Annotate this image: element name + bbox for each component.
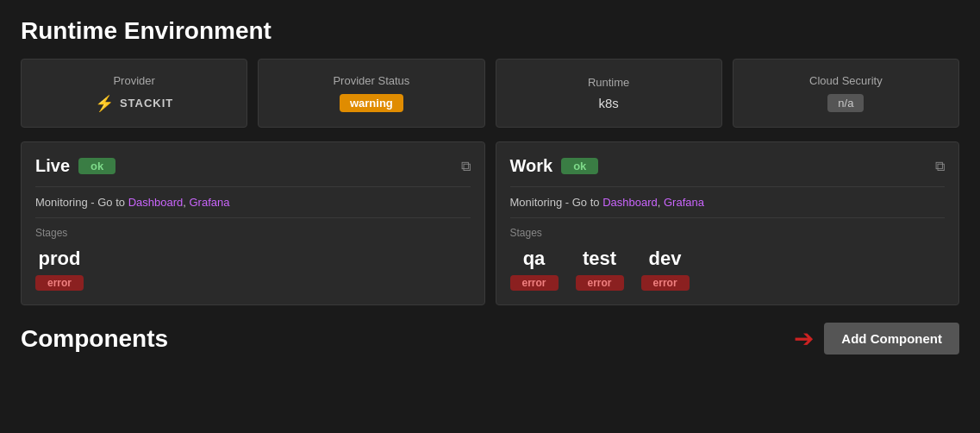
runtime-card: Runtime k8s (496, 59, 722, 128)
runtime-label: Runtime (588, 76, 629, 89)
work-stages-row: qa error test error dev error (510, 248, 946, 291)
environments-row: Live ok ⧉ Monitoring - Go to Dashboard, … (21, 141, 959, 305)
live-grafana-link[interactable]: Grafana (190, 196, 230, 209)
provider-status-label: Provider Status (333, 74, 409, 87)
stackit-icon: ⚡ (95, 94, 115, 113)
live-env-card: Live ok ⧉ Monitoring - Go to Dashboard, … (21, 141, 485, 305)
provider-logo: ⚡ STACKIT (95, 94, 173, 113)
work-stage-qa: qa error (510, 248, 559, 291)
page-title: Runtime Environment (21, 17, 959, 45)
work-stage-qa-status: error (510, 275, 559, 291)
bottom-bar: Components ➔ Add Component (21, 323, 959, 355)
live-stage-prod-status: error (35, 275, 84, 291)
work-env-header: Work ok ⧉ (510, 156, 946, 176)
live-dashboard-link[interactable]: Dashboard (128, 196, 184, 209)
work-title-row: Work ok (510, 156, 599, 176)
work-external-link-icon[interactable]: ⧉ (935, 159, 945, 174)
work-stage-test-name: test (583, 248, 616, 270)
work-status-badge: ok (561, 158, 598, 174)
live-stages-label: Stages (35, 227, 471, 239)
cloud-security-card: Cloud Security n/a (733, 59, 959, 128)
work-grafana-link[interactable]: Grafana (664, 196, 704, 209)
work-env-name: Work (510, 156, 553, 176)
live-status-badge: ok (78, 158, 115, 174)
cloud-security-label: Cloud Security (809, 74, 883, 87)
work-stage-qa-name: qa (523, 248, 546, 270)
na-badge: n/a (827, 94, 864, 112)
provider-label: Provider (113, 74, 154, 87)
add-component-row: ➔ Add Component (794, 323, 959, 355)
live-monitoring-row: Monitoring - Go to Dashboard, Grafana (35, 196, 471, 209)
work-stage-dev-name: dev (649, 248, 682, 270)
live-divider (35, 186, 471, 187)
live-env-header: Live ok ⧉ (35, 156, 471, 176)
live-stage-prod-name: prod (39, 248, 81, 270)
work-stage-test: test error (576, 248, 624, 291)
warning-badge: warning (340, 94, 403, 112)
live-external-link-icon[interactable]: ⧉ (461, 159, 471, 174)
add-component-button[interactable]: Add Component (824, 323, 959, 355)
work-stage-dev-status: error (641, 275, 690, 291)
work-monitoring-row: Monitoring - Go to Dashboard, Grafana (510, 196, 946, 209)
work-stages-label: Stages (510, 227, 946, 239)
work-env-card: Work ok ⧉ Monitoring - Go to Dashboard, … (496, 141, 960, 305)
live-title-row: Live ok (35, 156, 115, 176)
work-dashboard-link[interactable]: Dashboard (602, 196, 658, 209)
work-stage-dev: dev error (641, 248, 690, 291)
provider-status-card: Provider Status warning (258, 59, 484, 128)
live-env-name: Live (35, 156, 70, 176)
work-stage-test-status: error (576, 275, 624, 291)
live-stage-prod: prod error (35, 248, 84, 291)
live-stages-divider (35, 217, 471, 218)
work-divider (510, 186, 946, 187)
work-stages-divider (510, 217, 946, 218)
provider-card: Provider ⚡ STACKIT (21, 59, 247, 128)
runtime-value: k8s (598, 96, 618, 110)
components-title: Components (21, 325, 168, 353)
stackit-text: STACKIT (120, 97, 173, 110)
info-cards-row: Provider ⚡ STACKIT Provider Status warni… (21, 59, 959, 128)
add-component-arrow-icon: ➔ (794, 324, 814, 353)
live-stages-row: prod error (35, 248, 471, 291)
